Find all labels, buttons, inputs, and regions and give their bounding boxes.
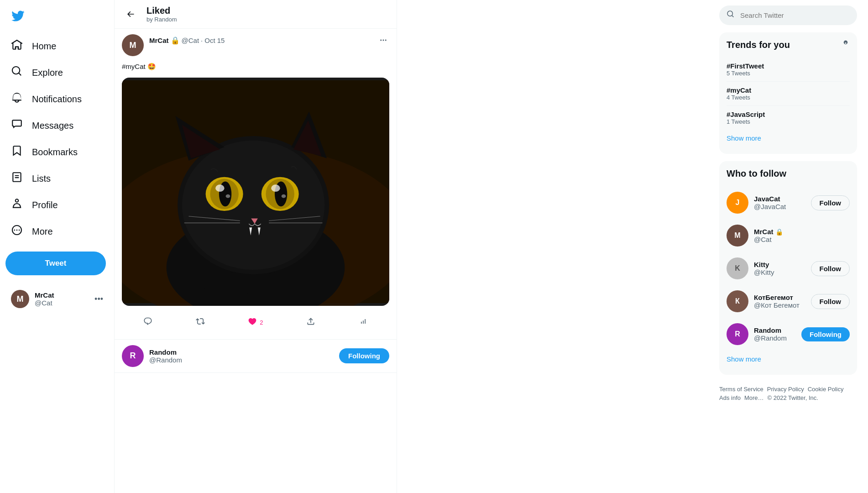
trend-count-1: 4 Tweets	[727, 94, 850, 101]
follow-button-2[interactable]: Follow	[811, 261, 850, 276]
header-subtitle: by Random	[146, 16, 177, 23]
main-header: Liked by Random	[115, 0, 397, 29]
twitter-logo[interactable]	[5, 4, 30, 31]
sidebar-user-more-icon: •••	[94, 294, 103, 304]
footer-link-2[interactable]: Cookie Policy	[808, 386, 844, 393]
nav-menu: Home Explore Notifications Messages Book…	[5, 33, 109, 244]
tweet-card: M MrCat 🔒 @Cat · Oct 15 #myCat 🤩	[115, 29, 397, 340]
who-to-follow-card: Who to follow J JavaCat @JavaCat Follow	[719, 161, 857, 375]
nav-notifications[interactable]: Notifications	[5, 86, 109, 112]
liked-by-row: R Random @Random Following	[115, 340, 397, 373]
nav-profile-label: Profile	[32, 200, 58, 210]
left-sidebar: Home Explore Notifications Messages Book…	[0, 0, 114, 493]
follow-avatar-0: J	[727, 192, 748, 214]
nav-explore[interactable]: Explore	[5, 60, 109, 85]
trend-item-1[interactable]: #myCat 4 Tweets	[727, 82, 850, 106]
nav-lists[interactable]: Lists	[5, 166, 109, 191]
like-icon	[248, 317, 257, 328]
share-button[interactable]	[303, 313, 319, 332]
explore-icon	[11, 65, 23, 80]
share-icon	[306, 317, 315, 328]
follow-button-0[interactable]: Follow	[811, 195, 850, 210]
follow-name-3: КотБегемот	[754, 294, 805, 301]
trends-list: #FirstTweet 5 Tweets #myCat 4 Tweets #Ja…	[727, 58, 850, 130]
follow-name-4: Random	[754, 326, 796, 334]
profile-icon	[11, 198, 23, 212]
trends-settings-icon[interactable]	[842, 40, 850, 50]
nav-messages[interactable]: Messages	[5, 113, 109, 138]
follow-info-1: MrCat 🔒 @Cat	[754, 228, 850, 243]
nav-more-label: More	[32, 226, 53, 237]
search-bar[interactable]	[719, 5, 857, 25]
trend-count-0: 5 Tweets	[727, 70, 850, 77]
liked-by-info: Random @Random	[149, 348, 182, 364]
tweet-date-value: Oct 15	[204, 37, 225, 44]
search-input[interactable]	[740, 11, 850, 19]
sidebar-user[interactable]: M MrCat @Cat •••	[5, 284, 109, 314]
follow-avatar-4: R	[727, 323, 748, 345]
tweet-verified-icon: 🔒	[171, 36, 180, 45]
trend-count-2: 1 Tweets	[727, 118, 850, 125]
retweet-button[interactable]	[192, 313, 209, 332]
tweet-author-name: MrCat	[149, 37, 169, 44]
tweet-date: ·	[201, 37, 203, 44]
follow-item-2: K Kitty @Kitty Follow	[727, 252, 850, 285]
trend-item-2[interactable]: #JavaScript 1 Tweets	[727, 106, 850, 130]
follow-handle-2: @Kitty	[754, 268, 805, 276]
liked-by-name: Random	[149, 348, 182, 356]
nav-home[interactable]: Home	[5, 33, 109, 59]
following-button-4[interactable]: Following	[801, 327, 850, 341]
nav-bookmarks[interactable]: Bookmarks	[5, 139, 109, 165]
more-icon	[11, 224, 23, 239]
trend-tag-0: #FirstTweet	[727, 62, 850, 70]
tweet-author-info: MrCat 🔒 @Cat · Oct 15	[149, 36, 225, 45]
messages-icon	[11, 118, 23, 133]
follow-item-1: M MrCat 🔒 @Cat	[727, 219, 850, 252]
lists-icon	[11, 171, 23, 186]
like-button[interactable]: 2	[244, 313, 267, 332]
right-sidebar: Trends for you #FirstTweet 5 Tweets #myC…	[708, 0, 868, 493]
reply-button[interactable]	[140, 313, 156, 332]
nav-explore-label: Explore	[32, 68, 63, 78]
sidebar-user-handle: @Cat	[35, 299, 89, 307]
reply-icon	[143, 317, 152, 328]
liked-by-user: R Random @Random	[122, 345, 339, 367]
nav-notifications-label: Notifications	[32, 94, 82, 105]
follow-list: J JavaCat @JavaCat Follow M MrCat	[727, 186, 850, 351]
tweet-more-button[interactable]	[377, 34, 389, 46]
header-title: Liked	[146, 5, 177, 16]
follow-handle-1: @Cat	[754, 236, 850, 243]
show-more-follow[interactable]: Show more	[727, 351, 850, 367]
follow-name-2: Kitty	[754, 261, 805, 268]
svg-point-26	[204, 272, 253, 299]
liked-by-following-button[interactable]: Following	[339, 348, 389, 363]
footer-link-1[interactable]: Privacy Policy	[767, 386, 804, 393]
liked-by-handle: @Random	[149, 356, 182, 364]
tweet-author-avatar: M	[122, 34, 144, 56]
retweet-icon	[196, 317, 205, 328]
footer-link-3[interactable]: Ads info	[719, 394, 741, 401]
analytics-button[interactable]	[355, 313, 371, 332]
svg-point-4	[182, 140, 325, 269]
tweet-header: M MrCat 🔒 @Cat · Oct 15	[122, 34, 389, 56]
back-button[interactable]	[122, 5, 139, 23]
home-icon	[11, 39, 23, 53]
follow-button-3[interactable]: Follow	[811, 294, 850, 309]
nav-more[interactable]: More	[5, 219, 109, 244]
bookmarks-icon	[11, 145, 23, 159]
tweet-author-handle: @Cat	[182, 37, 199, 44]
svg-point-27	[256, 272, 304, 299]
svg-point-17	[271, 184, 280, 192]
follow-handle-0: @JavaCat	[754, 203, 805, 210]
show-more-trends[interactable]: Show more	[727, 130, 850, 147]
follow-info-4: Random @Random	[754, 326, 796, 342]
follow-avatar-3: К	[727, 290, 748, 312]
trend-item-0[interactable]: #FirstTweet 5 Tweets	[727, 58, 850, 82]
tweet-button[interactable]: Tweet	[5, 252, 106, 275]
tweet-image	[122, 78, 389, 306]
footer-link-4[interactable]: More…	[744, 394, 764, 401]
like-count: 2	[260, 319, 263, 326]
trend-tag-1: #myCat	[727, 86, 850, 94]
footer-link-0[interactable]: Terms of Service	[719, 386, 763, 393]
nav-profile[interactable]: Profile	[5, 192, 109, 218]
